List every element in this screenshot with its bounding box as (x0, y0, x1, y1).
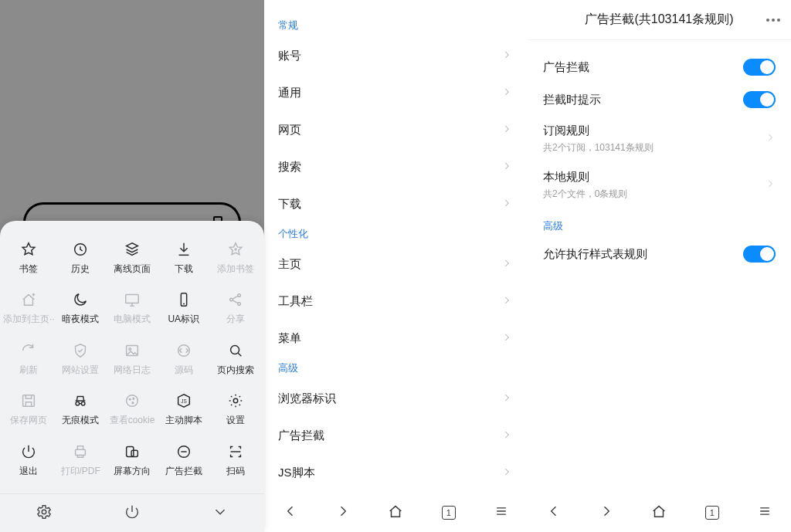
nav-back-icon[interactable] (546, 503, 562, 522)
nav-back-icon[interactable] (283, 503, 298, 522)
row-title: 广告拦截 (543, 60, 589, 75)
menu-source[interactable]: 源码 (158, 337, 209, 388)
svg-point-14 (127, 395, 138, 407)
menu-item-label: 设置 (226, 414, 245, 427)
settings-row-label: 工具栏 (278, 294, 313, 309)
nav-forward-icon[interactable] (599, 503, 614, 522)
settings-row[interactable]: 广告拦截 (264, 417, 528, 454)
menu-item-label: 暗夜模式 (62, 313, 99, 326)
chevron-right-icon (765, 178, 776, 192)
svg-rect-20 (76, 449, 86, 455)
settings-row[interactable]: 网页 (264, 111, 528, 148)
menu-active-script[interactable]: JS主动脚本 (158, 388, 209, 438)
menu-site-settings[interactable]: 网站设置 (55, 337, 107, 388)
settings-row[interactable]: 浏览器标识 (264, 380, 528, 417)
menu-item-label: 网站设置 (62, 364, 99, 377)
menu-scan[interactable]: 扫码 (209, 439, 261, 489)
link-row[interactable]: 本地规则共2个文件，0条规则 (528, 162, 791, 208)
chevron-right-icon (765, 132, 776, 146)
row-title: 拦截时提示 (543, 93, 601, 107)
settings-row-label: 菜单 (278, 331, 301, 346)
menu-add-to-home[interactable]: 添加到主页·· (3, 286, 55, 337)
save-icon (20, 392, 37, 409)
menu-night-mode[interactable]: 暗夜模式 (55, 286, 107, 337)
nav-home-icon[interactable] (650, 503, 667, 523)
menu-download[interactable]: 下载 (158, 236, 209, 286)
nav-home-icon[interactable] (387, 503, 404, 523)
nav-menu-icon[interactable] (494, 503, 509, 522)
gear-icon[interactable] (36, 503, 53, 524)
menu-item-label: 电脑模式 (114, 313, 151, 326)
nav-tabs-button[interactable]: 1 (705, 506, 719, 520)
toggle-row[interactable]: 拦截时提示 (528, 83, 791, 116)
settings-row[interactable]: 搜索 (264, 148, 528, 185)
menu-print-pdf[interactable]: 打印/PDF (55, 439, 107, 489)
chevron-down-icon[interactable] (212, 503, 229, 524)
menu-refresh[interactable]: 刷新 (3, 337, 55, 388)
power-icon[interactable] (124, 503, 141, 524)
chevron-right-icon (501, 161, 512, 174)
menu-incognito[interactable]: 无痕模式 (55, 388, 107, 438)
moon-icon (72, 291, 89, 308)
row-subtitle: 共2个文件，0条规则 (543, 188, 627, 201)
menu-ua-flag[interactable]: UA标识 (158, 286, 209, 337)
menu-drawer-panel: 书签历史离线页面下载添加书签添加到主页··暗夜模式电脑模式UA标识分享刷新网站设… (0, 0, 264, 532)
menu-history[interactable]: 历史 (55, 236, 107, 286)
menu-item-label: 查看cookie (110, 414, 155, 427)
menu-item-label: 源码 (175, 364, 193, 377)
toggle-row[interactable]: 允许执行样式表规则 (528, 238, 791, 270)
settings-row[interactable]: 菜单 (264, 320, 528, 357)
menu-offline-pages[interactable]: 离线页面 (107, 236, 158, 286)
svg-point-17 (132, 402, 134, 404)
menu-desktop-mode[interactable]: 电脑模式 (107, 286, 158, 337)
settings-row[interactable]: 账号 (264, 37, 528, 74)
menu-view-cookie[interactable]: 查看cookie (107, 388, 158, 438)
incognito-icon (72, 392, 89, 409)
menu-settings[interactable]: 设置 (209, 388, 261, 438)
svg-rect-2 (126, 295, 139, 303)
dimmed-background (0, 0, 264, 202)
more-icon[interactable] (766, 0, 780, 39)
row-title: 本地规则 (543, 170, 627, 185)
menu-find-in-page[interactable]: 页内搜索 (209, 337, 261, 388)
chevron-right-icon (501, 332, 512, 345)
toggle-switch[interactable] (743, 91, 776, 108)
link-row[interactable]: 订阅规则共2个订阅，103141条规则 (528, 116, 791, 162)
svg-point-5 (237, 294, 240, 297)
settings-row[interactable]: 主页 (264, 246, 528, 283)
svg-point-1 (235, 249, 236, 250)
menu-add-bookmark[interactable]: 添加书签 (209, 236, 261, 286)
menu-save-page[interactable]: 保存网页 (3, 388, 55, 438)
svg-text:JS: JS (181, 398, 186, 404)
menu-exit[interactable]: 退出 (3, 439, 55, 489)
section-header: 常规 (264, 14, 528, 37)
chevron-right-icon (501, 429, 512, 442)
menu-item-label: 主动脚本 (165, 414, 202, 427)
toggle-switch[interactable] (743, 246, 776, 263)
menu-item-label: 无痕模式 (62, 414, 99, 427)
menu-grid: 书签历史离线页面下载添加书签添加到主页··暗夜模式电脑模式UA标识分享刷新网站设… (0, 221, 264, 493)
row-subtitle: 共2个订阅，103141条规则 (543, 141, 654, 154)
clock-icon (72, 241, 89, 258)
menu-ad-block[interactable]: 广告拦截 (158, 439, 209, 489)
menu-orientation[interactable]: 屏幕方向 (107, 439, 158, 489)
refresh-icon (20, 342, 37, 359)
nav-tabs-button[interactable]: 1 (442, 506, 456, 520)
nav-menu-icon[interactable] (757, 503, 772, 522)
menu-bookmarks[interactable]: 书签 (3, 236, 55, 286)
toggle-switch[interactable] (743, 59, 776, 76)
menu-net-log[interactable]: 网络日志 (107, 337, 158, 388)
toggle-row[interactable]: 广告拦截 (528, 51, 791, 83)
nav-forward-icon[interactable] (335, 503, 351, 522)
cookie-icon (124, 392, 141, 409)
settings-row[interactable]: 工具栏 (264, 283, 528, 320)
settings-row[interactable]: JS脚本 (264, 454, 528, 491)
settings-row[interactable]: 下载 (264, 185, 528, 222)
menu-item-label: 添加到主页·· (3, 313, 55, 326)
adblock-scroll: 广告拦截拦截时提示订阅规则共2个订阅，103141条规则本地规则共2个文件，0条… (528, 40, 791, 492)
menu-share[interactable]: 分享 (209, 286, 261, 337)
svg-rect-11 (23, 395, 35, 407)
chevron-right-icon (501, 295, 512, 308)
menu-item-label: 网络日志 (114, 364, 151, 377)
settings-row[interactable]: 通用 (264, 74, 528, 111)
